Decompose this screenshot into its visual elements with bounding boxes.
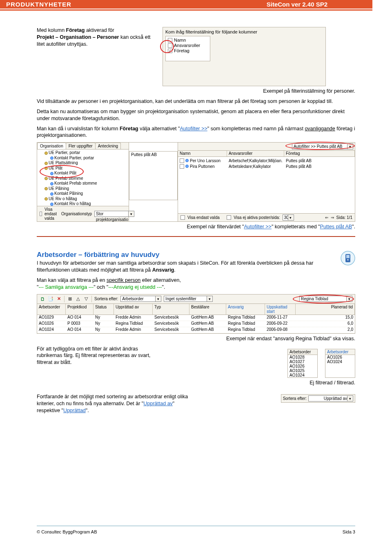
th-ansvarig[interactable]: Ansvarig [226, 304, 265, 315]
th-projektkod[interactable]: Projektkod [66, 304, 94, 315]
th-bestallare[interactable]: Beställare [189, 304, 226, 315]
caption-lists: Ej filtrerad / filtrerad. [172, 379, 355, 386]
screenshot-filter-settings: Kom ihåg filterinställning för följande … [163, 27, 326, 86]
table-row[interactable]: Pira Puttonen Arbetsledare;Kalkylator Pu… [178, 163, 355, 169]
page-header: PRODUKTNYHETER SiteCon ver 2.40 SP2 [0, 0, 372, 9]
filter-item[interactable]: ✓Företag [168, 48, 208, 53]
table-row[interactable]: AO1024 AO 014 Ny Fredde Admin Servicebes… [37, 327, 355, 333]
page-footer: © Consultec ByggProgram AB Sida 3 [37, 529, 355, 534]
page-indicator: Sida: 1/1 [336, 215, 352, 220]
th-typ[interactable]: Typ [153, 304, 189, 315]
filter-item[interactable]: Namn [168, 38, 208, 42]
intro-p5: Man kan då i urvalslistan för kolumn För… [37, 125, 355, 139]
up-icon[interactable]: △ [75, 296, 81, 302]
intro-p1: Med kolumn Företag aktiverad för Projekt… [37, 27, 151, 48]
prev-page-icon[interactable]: ⇐ [325, 215, 328, 220]
footer-rule [37, 526, 355, 526]
next-page-icon[interactable]: ⇒ [331, 215, 334, 220]
caption-shot3: Exempel när endast "ansvarig Regina Tidb… [37, 335, 355, 342]
intro-p3: Vid tillsättande av personer i en projek… [37, 98, 355, 105]
sysfilter-dropdown[interactable]: Inget systemfilter [164, 296, 213, 302]
th-status[interactable]: Status [94, 304, 114, 315]
col-roles[interactable]: Ansvarsroller [227, 151, 284, 156]
footer-left: © Consultec ByggProgram AB [37, 529, 97, 534]
list-head[interactable]: Arbetsorder [288, 349, 317, 355]
orgtype-dropdown[interactable]: Stor projektorganisatio [94, 211, 134, 217]
screenshot-sort-after: Sortera efter: Upprättad av [281, 394, 355, 403]
down-icon[interactable]: ▽ [83, 296, 89, 302]
header-title-right: SiteCon ver 2.40 SP2 [267, 1, 327, 8]
checkbox-icon[interactable] [180, 158, 184, 163]
filter-dialog-title: Kom ihåg filterinställning för följande … [165, 29, 323, 34]
sort-dropdown[interactable]: Arbetsorder [120, 296, 161, 302]
th-arbetsorder[interactable]: Arbetsorder [37, 304, 66, 315]
tab-more-info[interactable]: Fler uppgifter [66, 143, 96, 149]
highlight-circle-icon [293, 295, 354, 303]
list-unfiltered: Arbetsorder AO1028 AO1027 AO1026 AO1025 … [287, 349, 318, 378]
svg-rect-2 [346, 255, 350, 258]
th-planerad-tid[interactable]: Planerad tid [296, 304, 355, 315]
table-row[interactable]: AO1029 AO 014 Ny Fredde Admin Servicebes… [37, 315, 355, 321]
header-title-left: PRODUKTNYHETER [6, 1, 71, 8]
th-uppskattad-start[interactable]: Uppskattad start [265, 304, 296, 315]
section2-p4: Fortfarande är det möjligt med sortering… [37, 393, 192, 414]
selected-company-box: Puttes plåt AB [129, 151, 178, 200]
new-icon[interactable]: 🗋 [40, 296, 45, 302]
intro-p4: Detta kan nu automatiseras om man bygger… [37, 108, 355, 122]
org-tree[interactable]: UE Partier, portar Kontakt Partier, port… [37, 150, 129, 206]
section2-p2: Man kan välja att filtrera på en specifi… [37, 277, 355, 291]
section-title-arbetsorder: Arbetsorder – förbättring av huvudvy [37, 251, 355, 259]
col-name[interactable]: Namn [178, 151, 227, 156]
section2-p3: För att tydliggöra om ett filter är akti… [37, 346, 159, 366]
list-filtered: Arbetsorder AO1026 AO1024 [325, 349, 355, 378]
tab-organisation[interactable]: Organisation [37, 143, 66, 149]
screenshot-workorder-grid: 🗋 📑 ✕ ⊞ △ ▽ Sortera efter: Arbetsorder I… [37, 294, 355, 334]
sort-after-label: Sortera efter: [283, 396, 307, 401]
workorder-icon [341, 251, 355, 266]
screenshot-organisation: Organisation Fler uppgifter Anteckning U… [37, 142, 355, 222]
caption-shot2: Exempel när filtervärdet "Autofilter >>"… [37, 223, 355, 230]
section-divider [37, 236, 355, 237]
caption-shot1: Exempel på filterinställming för persone… [37, 88, 355, 95]
svg-point-3 [347, 259, 349, 261]
sort-after-dropdown[interactable]: Upprättad av [308, 395, 353, 402]
footer-right: Sida 3 [343, 529, 355, 534]
section2-p1: I huvudvyn för arbetsorder ser man samtl… [37, 260, 355, 274]
checkbox-icon[interactable] [180, 215, 185, 220]
delete-icon[interactable]: ✕ [56, 296, 62, 302]
sort-label: Sortera efter: [94, 297, 118, 301]
checkbox-icon[interactable] [227, 215, 231, 220]
highlight-circle-icon [160, 40, 174, 53]
th-upprattad-av[interactable]: Upprättad av [114, 304, 153, 315]
expand-icon[interactable]: ⊞ [67, 296, 73, 302]
tab-notes[interactable]: Anteckning [95, 143, 121, 149]
col-company[interactable]: Företag [284, 151, 355, 156]
checkbox-icon[interactable] [40, 212, 42, 216]
posts-per-page[interactable]: 30 [283, 214, 294, 221]
checkbox-icon[interactable] [180, 164, 184, 169]
list-head[interactable]: Arbetsorder [325, 349, 355, 355]
table-row[interactable]: AO1026 P 0003 Ny Regina Tidblad Serviceb… [37, 321, 355, 327]
table-row[interactable]: Per Uno Larsson Arbetschef;Kalkylator;Mi… [178, 158, 355, 163]
edit-icon[interactable]: 📑 [48, 296, 53, 302]
